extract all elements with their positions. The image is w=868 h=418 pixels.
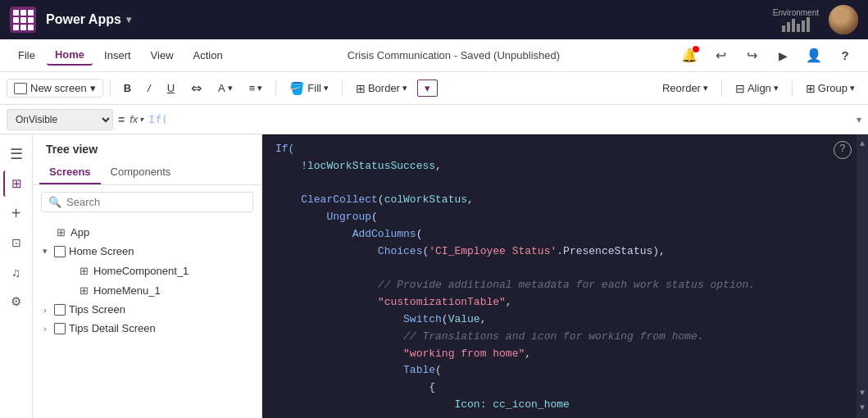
font-button[interactable]: A ▾ (211, 80, 239, 97)
home-screen-chevron-icon: ▾ (39, 246, 51, 257)
tips-screen-icon (54, 304, 66, 316)
toolbar-right-group: Reorder ▾ ⊟ Align ▾ ⊞ Group ▾ (656, 80, 861, 98)
fill-button[interactable]: 🪣 Fill ▾ (283, 79, 335, 98)
formula-input[interactable]: If( (148, 113, 852, 125)
home-screen-label: Home Screen (69, 245, 134, 257)
hamburger-icon-button[interactable]: ☰ (3, 141, 30, 167)
screen-icon (54, 246, 66, 257)
menu-view[interactable]: View (143, 46, 182, 65)
equals-sign: = (118, 113, 125, 126)
home-menu-1-label: HomeMenu_1 (93, 284, 161, 297)
tips-detail-screen-label: Tips Detail Screen (69, 322, 156, 334)
new-screen-chevron-icon: ▾ (90, 82, 96, 94)
add-icon-button[interactable]: + (3, 200, 30, 226)
tree-panel: Tree view Screens Components 🔍 ⊞ App ▾ H… (33, 134, 262, 418)
left-sidebar-icons: ☰ ⊞ + ⊡ ♫ ⚙ (0, 134, 33, 418)
bold-button[interactable]: B (117, 80, 138, 97)
app-icon: ⊞ (54, 225, 67, 239)
code-line: If( (275, 141, 855, 158)
help-button[interactable]: ? (832, 43, 858, 69)
user-button[interactable]: 👤 (801, 43, 827, 69)
tips-screen-label: Tips Screen (69, 303, 125, 316)
menu-bar-icons: 🔔 ↩ ↪ ▶ 👤 ? (676, 43, 858, 69)
tips-detail-icon (54, 323, 66, 334)
border-button[interactable]: ⊞ Border ▾ (349, 80, 414, 98)
undo-button[interactable]: ↩ (707, 43, 734, 69)
toolbar-separator-2 (275, 80, 276, 97)
notifications-button[interactable]: 🔔 (676, 43, 702, 69)
scroll-down-icon-2[interactable]: ▼ (860, 402, 865, 415)
property-selector[interactable]: OnVisible (7, 109, 113, 130)
tips-detail-chevron-icon: › (39, 324, 51, 334)
code-line: Icon: cc_icon_home (275, 397, 855, 414)
fx-chevron-icon: ▾ (139, 115, 143, 124)
list-item[interactable]: › Tips Screen (33, 300, 261, 319)
underline-button[interactable]: U (161, 80, 181, 97)
reorder-button[interactable]: Reorder ▾ (656, 80, 715, 97)
menu-home[interactable]: Home (47, 45, 93, 66)
tree-body: ⊞ App ▾ Home Screen ⊞ HomeComponent_1 ⊞ … (33, 219, 261, 418)
italic-button[interactable]: / (141, 80, 157, 97)
app-label: App (70, 226, 89, 239)
formula-expand-icon[interactable]: ▾ (857, 114, 861, 125)
scroll-up-icon[interactable]: ▲ (860, 138, 865, 151)
new-screen-icon (14, 83, 27, 94)
avatar[interactable] (829, 5, 858, 34)
tree-tabs: Screens Components (33, 161, 261, 185)
code-line: AddColumns( (275, 226, 855, 243)
align2-button[interactable]: ⊟ Align ▾ (729, 80, 785, 98)
group-button[interactable]: ⊞ Group ▾ (799, 80, 861, 98)
app-title: Power Apps ▾ (46, 12, 131, 27)
code-line: Switch(Value, (275, 311, 855, 329)
list-item[interactable]: ⊞ HomeComponent_1 (33, 261, 261, 280)
scroll-down-icon-1[interactable]: ▼ (860, 387, 865, 400)
redo-button[interactable]: ↪ (738, 43, 765, 69)
code-line: Choices('CI_Employee Status'.PresenceSta… (275, 243, 855, 261)
indent-button[interactable]: ⇔ (184, 78, 208, 98)
menu-bar: File Home Insert View Action Crisis Comm… (0, 39, 868, 72)
tree-search-container: 🔍 (41, 192, 253, 212)
play-button[interactable]: ▶ (770, 43, 796, 69)
code-line: Table( (275, 362, 855, 379)
align-button[interactable]: ≡ ▾ (243, 80, 270, 97)
align2-chevron-icon: ▾ (774, 83, 779, 93)
menu-file[interactable]: File (10, 46, 43, 65)
code-editor[interactable]: ? If( !locWorkStatusSuccess, ClearCollec… (262, 134, 868, 418)
group-chevron-icon: ▾ (850, 83, 855, 93)
list-item[interactable]: ▾ Home Screen (33, 242, 261, 261)
code-line: Ungroup( (275, 209, 855, 226)
code-line: "customizationTable", (275, 294, 855, 311)
settings-icon-button[interactable]: ⚙ (3, 289, 30, 315)
component-icon-button[interactable]: ⊡ (3, 229, 30, 256)
code-line: "working from home", (275, 346, 855, 363)
editor-help-icon[interactable]: ? (834, 141, 852, 159)
menu-action[interactable]: Action (185, 46, 231, 65)
title-chevron-icon[interactable]: ▾ (126, 14, 131, 25)
fill-chevron-icon: ▾ (324, 83, 329, 93)
code-line (275, 261, 855, 278)
tips-screen-chevron-icon: › (39, 305, 51, 315)
editor-scrollbar[interactable]: ▲ ▼ ▼ (857, 134, 868, 418)
dropdown-arrow-button[interactable]: ▾ (417, 80, 438, 97)
layers-icon-button[interactable]: ⊞ (3, 170, 30, 197)
list-item[interactable]: › Tips Detail Screen (33, 319, 261, 338)
home-component-1-label: HomeComponent_1 (93, 265, 189, 277)
toolbar-separator-4 (721, 80, 722, 97)
menu-component-icon: ⊞ (77, 284, 90, 297)
toolbar-separator-3 (342, 80, 343, 97)
title-bar: Power Apps ▾ Environment (0, 0, 868, 39)
main-layout: ☰ ⊞ + ⊡ ♫ ⚙ Tree view Screens Components… (0, 134, 868, 418)
new-screen-button[interactable]: New screen ▾ (7, 79, 103, 98)
toolbar-separator-5 (792, 80, 793, 97)
code-line: // Provide additional metadata for each … (275, 277, 855, 294)
list-item[interactable]: ⊞ App (33, 222, 261, 242)
list-item[interactable]: ⊞ HomeMenu_1 (33, 280, 261, 300)
align-chevron-icon: ▾ (257, 83, 262, 93)
music-icon-button[interactable]: ♫ (3, 259, 30, 285)
search-input[interactable] (66, 196, 246, 208)
tab-screens[interactable]: Screens (39, 161, 101, 184)
menu-insert[interactable]: Insert (96, 46, 139, 65)
component-icon: ⊞ (77, 264, 90, 277)
waffle-menu-button[interactable] (10, 7, 36, 33)
tab-components[interactable]: Components (101, 161, 181, 184)
